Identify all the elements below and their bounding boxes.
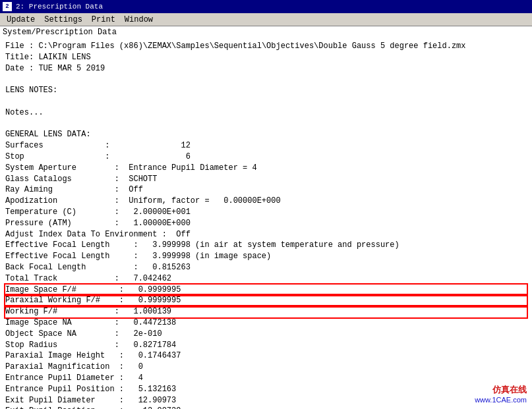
notes-content: Notes... — [5, 107, 527, 119]
data-row: Exit Pupil Diameter : 12.90973 — [5, 395, 527, 406]
data-row: Exit Pupil Position : -12.90729 — [5, 406, 527, 409]
data-row: Effective Focal Length : 3.999998 (in ai… — [5, 240, 527, 251]
data-row: Entrance Pupil Position : 5.132163 — [5, 384, 527, 395]
data-row: Image Space NA : 0.4472138 — [5, 317, 527, 329]
menu-print[interactable]: Print — [88, 14, 119, 25]
data-row: Pressure (ATM) : 1.00000E+000 — [5, 218, 527, 229]
data-rows: Surfaces : 12Stop : 6System Aperture : E… — [5, 140, 527, 409]
data-row: Temperature (C) : 2.00000E+001 — [5, 207, 527, 218]
date-value: TUE MAR 5 2019 — [34, 64, 105, 73]
watermark: 仿真在线 www.1CAE.com — [475, 384, 527, 404]
menu-bar: Update Settings Print Window — [0, 13, 532, 26]
window-icon: 2 — [3, 2, 12, 11]
file-path: C:\Program Files (x86)\ZEMAX\Samples\Seq… — [34, 41, 465, 51]
data-row: Total Track : 7.042462 — [5, 273, 527, 285]
title-label: Title: — [5, 53, 34, 62]
menu-settings[interactable]: Settings — [40, 14, 86, 25]
watermark-top: 仿真在线 — [475, 384, 527, 396]
data-row: Surfaces : 12 — [5, 140, 527, 151]
file-label: File : — [5, 41, 34, 51]
date-label: Date : — [5, 64, 34, 73]
window-title: 2: Prescription Data — [16, 3, 529, 11]
title-line: Title: LAIKIN LENS — [5, 52, 527, 63]
menu-update[interactable]: Update — [3, 14, 39, 25]
data-row: Glass Catalogs : SCHOTT — [5, 174, 527, 185]
data-row: Stop : 6 — [5, 151, 527, 163]
file-section: File : C:\Program Files (x86)\ZEMAX\Samp… — [5, 41, 527, 74]
general-lens-section: GENERAL LENS DATA: — [5, 129, 527, 140]
data-row: Apodization : Uniform, factor = 0.00000E… — [5, 196, 527, 207]
title-bar: 2 2: Prescription Data — [0, 0, 532, 13]
file-line: File : C:\Program Files (x86)\ZEMAX\Samp… — [5, 41, 527, 52]
data-row: Ray Aiming : Off — [5, 184, 527, 196]
content-area: File : C:\Program Files (x86)\ZEMAX\Samp… — [0, 38, 532, 409]
lens-notes-header: LENS NOTES: — [5, 85, 527, 96]
breadcrumb: System/Prescription Data — [0, 26, 532, 38]
watermark-bottom: www.1CAE.com — [475, 396, 527, 404]
data-row: Image Space F/# : 0.9999995 — [5, 285, 527, 296]
general-lens-header: GENERAL LENS DATA: — [5, 129, 527, 140]
date-line: Date : TUE MAR 5 2019 — [5, 63, 527, 74]
data-row: Paraxial Working F/# : 0.9999995 — [5, 295, 527, 306]
lens-notes-section: LENS NOTES: Notes... — [5, 85, 527, 118]
data-row: System Aperture : Entrance Pupil Diamete… — [5, 163, 527, 174]
data-row: Paraxial Magnification : 0 — [5, 362, 527, 373]
data-row: Working F/# : 1.000139 — [5, 306, 527, 317]
data-row: Adjust Index Data To Environment : Off — [5, 229, 527, 240]
data-row: Back Focal Length : 0.815263 — [5, 262, 527, 273]
menu-window[interactable]: Window — [121, 14, 157, 25]
data-row: Paraxial Image Height : 0.1746437 — [5, 350, 527, 362]
data-row: Stop Radius : 0.8271784 — [5, 340, 527, 351]
title-value: LAIKIN LENS — [34, 53, 90, 62]
data-row: Object Space NA : 2e-010 — [5, 329, 527, 340]
data-row: Effective Focal Length : 3.999998 (in im… — [5, 251, 527, 262]
main-window: 2 2: Prescription Data Update Settings P… — [0, 0, 532, 409]
data-row: Entrance Pupil Diameter : 4 — [5, 373, 527, 384]
